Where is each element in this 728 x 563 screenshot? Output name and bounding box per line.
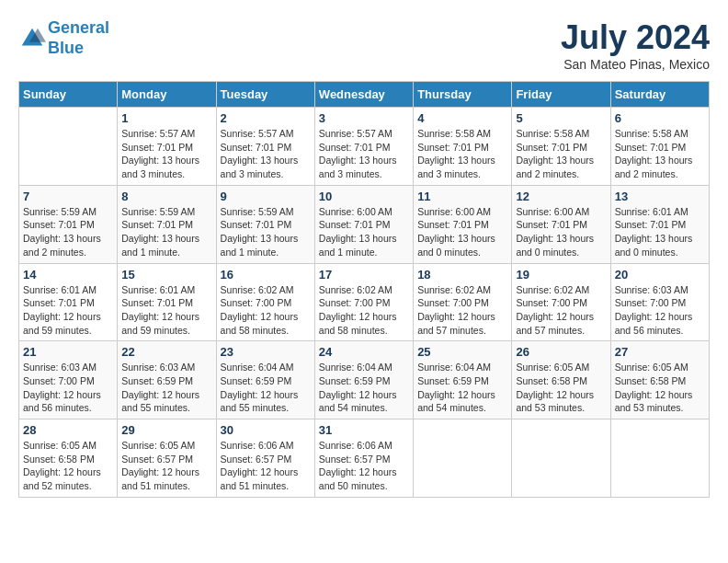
day-info: Sunrise: 6:04 AMSunset: 6:59 PMDaylight:… bbox=[319, 361, 409, 415]
day-cell: 23Sunrise: 6:04 AMSunset: 6:59 PMDayligh… bbox=[216, 341, 314, 419]
day-number: 8 bbox=[121, 190, 211, 203]
day-number: 11 bbox=[417, 190, 507, 203]
day-cell bbox=[512, 419, 610, 498]
day-info: Sunrise: 6:01 AMSunset: 7:01 PMDaylight:… bbox=[615, 205, 705, 259]
day-info: Sunrise: 6:05 AMSunset: 6:57 PMDaylight:… bbox=[121, 439, 211, 493]
day-cell: 22Sunrise: 6:03 AMSunset: 6:59 PMDayligh… bbox=[118, 341, 216, 419]
day-info: Sunrise: 6:00 AMSunset: 7:01 PMDaylight:… bbox=[319, 205, 409, 259]
day-cell bbox=[610, 419, 709, 498]
day-info: Sunrise: 6:00 AMSunset: 7:01 PMDaylight:… bbox=[417, 205, 507, 259]
day-info: Sunrise: 6:05 AMSunset: 6:58 PMDaylight:… bbox=[516, 361, 606, 415]
day-number: 30 bbox=[221, 423, 311, 437]
day-cell bbox=[414, 419, 512, 498]
day-cell: 27Sunrise: 6:05 AMSunset: 6:58 PMDayligh… bbox=[610, 341, 709, 419]
day-info: Sunrise: 6:03 AMSunset: 6:59 PMDaylight:… bbox=[121, 361, 211, 415]
day-number: 17 bbox=[319, 268, 409, 282]
day-cell: 28Sunrise: 6:05 AMSunset: 6:58 PMDayligh… bbox=[19, 419, 118, 498]
day-number: 22 bbox=[121, 345, 211, 359]
day-number: 31 bbox=[319, 423, 409, 437]
day-info: Sunrise: 6:01 AMSunset: 7:01 PMDaylight:… bbox=[23, 283, 113, 338]
day-info: Sunrise: 5:58 AMSunset: 7:01 PMDaylight:… bbox=[417, 127, 507, 181]
logo-line2: Blue bbox=[48, 39, 84, 57]
header-monday: Monday bbox=[118, 82, 216, 108]
day-number: 4 bbox=[417, 111, 507, 125]
day-cell: 21Sunrise: 6:03 AMSunset: 7:00 PMDayligh… bbox=[19, 341, 118, 419]
day-number: 7 bbox=[23, 190, 113, 203]
day-cell: 15Sunrise: 6:01 AMSunset: 7:01 PMDayligh… bbox=[118, 263, 216, 341]
day-number: 15 bbox=[121, 268, 211, 282]
day-number: 13 bbox=[615, 190, 705, 203]
day-number: 9 bbox=[221, 190, 311, 203]
week-row-3: 14Sunrise: 6:01 AMSunset: 7:01 PMDayligh… bbox=[19, 263, 710, 341]
day-cell: 5Sunrise: 5:58 AMSunset: 7:01 PMDaylight… bbox=[512, 108, 610, 186]
day-number: 27 bbox=[615, 345, 705, 359]
day-number: 23 bbox=[221, 345, 311, 359]
logo-icon bbox=[18, 25, 46, 52]
week-row-1: 1Sunrise: 5:57 AMSunset: 7:01 PMDaylight… bbox=[19, 108, 710, 186]
day-cell: 8Sunrise: 5:59 AMSunset: 7:01 PMDaylight… bbox=[118, 185, 216, 263]
week-row-2: 7Sunrise: 5:59 AMSunset: 7:01 PMDaylight… bbox=[19, 185, 710, 263]
day-number: 19 bbox=[516, 268, 606, 282]
day-number: 3 bbox=[319, 111, 409, 125]
day-number: 24 bbox=[319, 345, 409, 359]
day-info: Sunrise: 6:02 AMSunset: 7:00 PMDaylight:… bbox=[516, 283, 606, 338]
header-tuesday: Tuesday bbox=[216, 82, 314, 108]
day-info: Sunrise: 5:59 AMSunset: 7:01 PMDaylight:… bbox=[221, 205, 311, 259]
day-cell: 10Sunrise: 6:00 AMSunset: 7:01 PMDayligh… bbox=[314, 185, 413, 263]
day-info: Sunrise: 5:57 AMSunset: 7:01 PMDaylight:… bbox=[319, 127, 409, 181]
day-number: 1 bbox=[121, 111, 211, 125]
day-number: 29 bbox=[121, 423, 211, 437]
day-cell: 6Sunrise: 5:58 AMSunset: 7:01 PMDaylight… bbox=[610, 108, 709, 186]
day-cell: 16Sunrise: 6:02 AMSunset: 7:00 PMDayligh… bbox=[216, 263, 314, 341]
day-number: 14 bbox=[23, 268, 113, 282]
logo-text: General Blue bbox=[48, 18, 109, 58]
day-cell: 11Sunrise: 6:00 AMSunset: 7:01 PMDayligh… bbox=[414, 185, 512, 263]
day-cell: 20Sunrise: 6:03 AMSunset: 7:00 PMDayligh… bbox=[610, 263, 709, 341]
day-number: 2 bbox=[221, 111, 311, 125]
day-cell: 2Sunrise: 5:57 AMSunset: 7:01 PMDaylight… bbox=[216, 108, 314, 186]
day-info: Sunrise: 5:57 AMSunset: 7:01 PMDaylight:… bbox=[221, 127, 311, 181]
day-cell: 30Sunrise: 6:06 AMSunset: 6:57 PMDayligh… bbox=[216, 419, 314, 498]
day-cell: 29Sunrise: 6:05 AMSunset: 6:57 PMDayligh… bbox=[118, 419, 216, 498]
day-cell: 4Sunrise: 5:58 AMSunset: 7:01 PMDaylight… bbox=[414, 108, 512, 186]
calendar-table: SundayMondayTuesdayWednesdayThursdayFrid… bbox=[18, 81, 710, 498]
day-info: Sunrise: 6:02 AMSunset: 7:00 PMDaylight:… bbox=[417, 283, 507, 338]
day-cell: 25Sunrise: 6:04 AMSunset: 6:59 PMDayligh… bbox=[414, 341, 512, 419]
calendar-header-row: SundayMondayTuesdayWednesdayThursdayFrid… bbox=[19, 82, 710, 108]
day-cell: 12Sunrise: 6:00 AMSunset: 7:01 PMDayligh… bbox=[512, 185, 610, 263]
day-info: Sunrise: 6:00 AMSunset: 7:01 PMDaylight:… bbox=[516, 205, 606, 259]
day-number: 5 bbox=[516, 111, 606, 125]
header-thursday: Thursday bbox=[414, 82, 512, 108]
week-row-5: 28Sunrise: 6:05 AMSunset: 6:58 PMDayligh… bbox=[19, 419, 710, 498]
day-info: Sunrise: 5:59 AMSunset: 7:01 PMDaylight:… bbox=[121, 205, 211, 259]
day-info: Sunrise: 6:04 AMSunset: 6:59 PMDaylight:… bbox=[221, 361, 311, 415]
header-friday: Friday bbox=[512, 82, 610, 108]
day-info: Sunrise: 6:02 AMSunset: 7:00 PMDaylight:… bbox=[221, 283, 311, 338]
day-cell: 1Sunrise: 5:57 AMSunset: 7:01 PMDaylight… bbox=[118, 108, 216, 186]
day-info: Sunrise: 6:05 AMSunset: 6:58 PMDaylight:… bbox=[23, 439, 113, 493]
day-cell: 7Sunrise: 5:59 AMSunset: 7:01 PMDaylight… bbox=[19, 185, 118, 263]
day-number: 28 bbox=[23, 423, 113, 437]
day-info: Sunrise: 5:58 AMSunset: 7:01 PMDaylight:… bbox=[516, 127, 606, 181]
day-cell: 17Sunrise: 6:02 AMSunset: 7:00 PMDayligh… bbox=[314, 263, 413, 341]
day-number: 26 bbox=[516, 345, 606, 359]
day-cell: 24Sunrise: 6:04 AMSunset: 6:59 PMDayligh… bbox=[314, 341, 413, 419]
day-cell: 31Sunrise: 6:06 AMSunset: 6:57 PMDayligh… bbox=[314, 419, 413, 498]
day-info: Sunrise: 5:57 AMSunset: 7:01 PMDaylight:… bbox=[121, 127, 211, 181]
day-cell: 19Sunrise: 6:02 AMSunset: 7:00 PMDayligh… bbox=[512, 263, 610, 341]
day-info: Sunrise: 6:02 AMSunset: 7:00 PMDaylight:… bbox=[319, 283, 409, 338]
header-saturday: Saturday bbox=[610, 82, 709, 108]
day-cell: 26Sunrise: 6:05 AMSunset: 6:58 PMDayligh… bbox=[512, 341, 610, 419]
title-block: July 2024 San Mateo Pinas, Mexico bbox=[561, 18, 710, 72]
day-number: 21 bbox=[23, 345, 113, 359]
week-row-4: 21Sunrise: 6:03 AMSunset: 7:00 PMDayligh… bbox=[19, 341, 710, 419]
logo: General Blue bbox=[18, 18, 109, 58]
day-number: 16 bbox=[221, 268, 311, 282]
day-cell bbox=[19, 108, 118, 186]
header-sunday: Sunday bbox=[19, 82, 118, 108]
month-title: July 2024 bbox=[561, 18, 710, 57]
day-info: Sunrise: 6:01 AMSunset: 7:01 PMDaylight:… bbox=[121, 283, 211, 338]
day-info: Sunrise: 6:06 AMSunset: 6:57 PMDaylight:… bbox=[221, 439, 311, 493]
logo-line1: General bbox=[48, 18, 109, 37]
location-title: San Mateo Pinas, Mexico bbox=[561, 57, 710, 72]
